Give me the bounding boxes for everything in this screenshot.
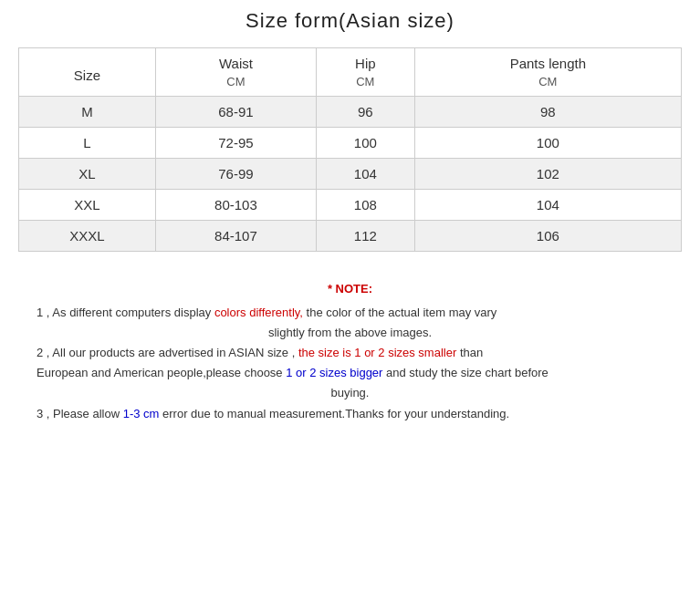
cell-hip: 100: [317, 128, 415, 159]
note2-mid: than: [456, 346, 483, 359]
note-line-3: 3 , Please allow 1-3 cm error due to man…: [27, 404, 673, 424]
cell-size: XXL: [19, 190, 156, 221]
cell-waist: 84-107: [155, 221, 316, 252]
cell-size: XXXL: [19, 221, 156, 252]
table-row: XXXL84-107112106: [19, 221, 682, 252]
note2-cont1: European and American people,please choo…: [37, 366, 286, 379]
cell-waist: 80-103: [155, 190, 316, 221]
table-row: XXL80-103108104: [19, 190, 682, 221]
note3-pre: 3 , Please allow: [37, 407, 123, 420]
cell-pants: 104: [414, 190, 681, 221]
note1-red: colors differently,: [214, 306, 303, 319]
sub-header-hip: CM: [317, 73, 415, 97]
cell-pants: 106: [414, 221, 681, 252]
table-row: L72-95100100: [19, 128, 682, 159]
note2-red: the size is 1 or 2 sizes smaller: [298, 346, 456, 359]
cell-pants: 98: [414, 97, 681, 128]
note2-blue: 1 or 2 sizes bigger: [286, 366, 382, 379]
main-container: Size form(Asian size) Size Waist Hip Pan…: [0, 0, 700, 612]
table-row: M68-919698: [19, 97, 682, 128]
note-line-2: 2 , All our products are advertised in A…: [27, 343, 673, 363]
cell-waist: 76-99: [155, 159, 316, 190]
cell-size: M: [19, 97, 156, 128]
note-line-2-cont: European and American people,please choo…: [27, 363, 673, 383]
size-table: Size Waist Hip Pants length CM CM CM M68…: [18, 47, 682, 252]
note2-pre: 2 , All our products are advertised in A…: [37, 346, 298, 359]
cell-pants: 102: [414, 159, 681, 190]
note-line-2-buying: buying.: [27, 383, 673, 403]
cell-size: XL: [19, 159, 156, 190]
col-header-size: Size: [19, 48, 156, 97]
note-title: * NOTE:: [27, 279, 673, 299]
cell-hip: 108: [317, 190, 415, 221]
cell-pants: 100: [414, 128, 681, 159]
note3-post: error due to manual measurement.Thanks f…: [159, 407, 509, 420]
note3-blue: 1-3 cm: [123, 407, 160, 420]
cell-waist: 72-95: [155, 128, 316, 159]
note-line-1-cont: slightly from the above images.: [27, 323, 673, 343]
cell-waist: 68-91: [155, 97, 316, 128]
note-line-1: 1 , As different computers display color…: [27, 303, 673, 323]
cell-hip: 104: [317, 159, 415, 190]
col-header-waist: Waist: [155, 48, 316, 74]
notes-section: * NOTE: 1 , As different computers displ…: [18, 279, 682, 424]
col-header-pants: Pants length: [414, 48, 681, 74]
col-header-hip: Hip: [317, 48, 415, 74]
cell-size: L: [19, 128, 156, 159]
table-row: XL76-99104102: [19, 159, 682, 190]
note2-cont2: and study the size chart before: [382, 366, 548, 379]
cell-hip: 112: [317, 221, 415, 252]
sub-header-waist: CM: [155, 73, 316, 97]
note1-pre: 1 , As different computers display: [37, 306, 214, 319]
sub-header-pants: CM: [414, 73, 681, 97]
page-title: Size form(Asian size): [18, 9, 682, 33]
note1-post: the color of the actual item may vary: [303, 306, 496, 319]
cell-hip: 96: [317, 97, 415, 128]
